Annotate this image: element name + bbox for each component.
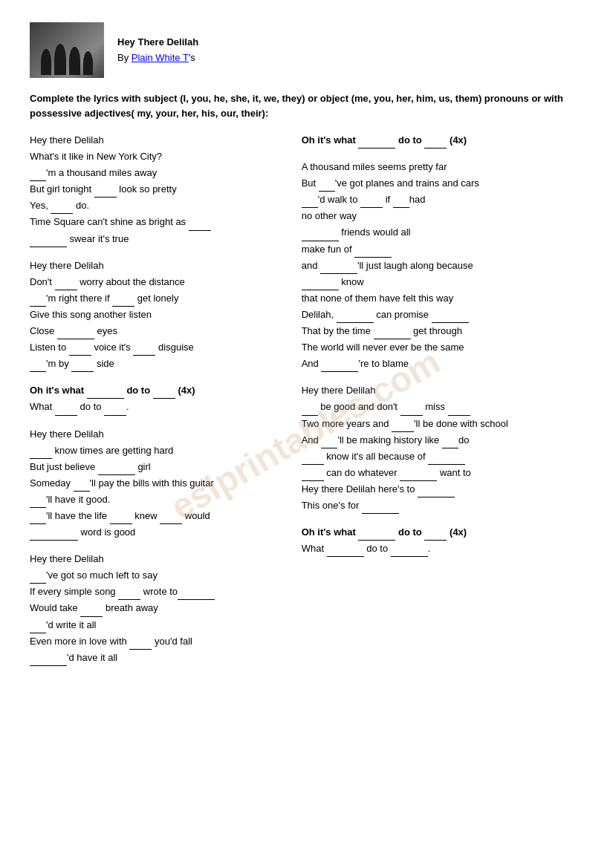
blank [337, 313, 374, 323]
verse5-line10: Delilah, can promise [302, 307, 580, 323]
blank [189, 221, 211, 231]
band-photo [30, 22, 104, 78]
blank [30, 237, 67, 247]
blank [80, 607, 103, 617]
verse6-line8: This one's for [302, 497, 580, 514]
blank [153, 388, 175, 399]
verse2-line3: 'm right there if get lonely [30, 290, 279, 307]
blank [30, 573, 46, 584]
blank [302, 405, 318, 416]
blank [302, 471, 324, 481]
chorus-end-label: Oh it's what do to (4x) [302, 524, 580, 541]
blank [30, 171, 46, 181]
artist-link[interactable]: Plain White T [132, 52, 189, 63]
verse5-block: A thousand miles seems pretty far But 'v… [302, 159, 580, 372]
verse3-line6: 'll have the life knew would [30, 508, 279, 524]
verse5-line2: But 've got planes and trains and cars [302, 175, 580, 192]
blank [424, 138, 447, 149]
blank [118, 590, 140, 600]
blank [110, 514, 132, 524]
header-section: Hey There Delilah By Plain White T's [30, 22, 580, 78]
blank [104, 405, 126, 416]
blank [392, 422, 414, 432]
blank [319, 181, 335, 192]
verse6-line6: can do whatever want to [302, 465, 580, 481]
blank [178, 590, 215, 600]
verse5-line8: know [302, 274, 580, 290]
verse4-line4: Would take breath away [30, 600, 279, 616]
blank [448, 405, 470, 416]
verse3-line1: Hey there Delilah [30, 426, 279, 443]
blank [30, 296, 46, 307]
blank [391, 546, 428, 557]
blank [424, 530, 447, 541]
by-label: By [117, 52, 132, 63]
blank [51, 203, 73, 214]
verse3-line4: Someday 'll pay the bills with this guit… [30, 475, 279, 492]
verse5-line6: make fun of [302, 241, 580, 258]
blank [74, 481, 90, 492]
chorus-end-block: Oh it's what do to (4x) What do to . [302, 524, 580, 557]
blank [57, 329, 94, 339]
blank [302, 198, 318, 208]
verse4-line2: 've got so much left to say [30, 567, 279, 584]
blank [442, 438, 458, 448]
blank [362, 503, 399, 514]
verse4-line7: 'd have it all [30, 650, 279, 666]
verse1-line2: What's it like in New York City? [30, 149, 279, 165]
verse4-line6: Even more in love with you'd fall [30, 633, 279, 650]
chorus-right-label: Oh it's what do to (4x) [302, 132, 580, 149]
verse6-line7: Hey there Delilah here's to [302, 481, 580, 497]
blank [358, 138, 395, 149]
song-title: Hey There Delilah [117, 35, 198, 50]
blank [358, 530, 395, 541]
chorus1-line2: What do to . [30, 399, 279, 415]
verse1-line5: Yes, do. [30, 198, 279, 214]
verse6-line2: be good and don't miss [302, 399, 580, 415]
verse2-block: Hey there Delilah Don't worry about the … [30, 258, 279, 373]
verse1-line7: swear it's true [30, 231, 279, 247]
verse6-line3: Two more years and 'll be done with scho… [302, 416, 580, 432]
blank [30, 497, 46, 508]
blank [321, 438, 337, 448]
verse3-line5: 'll have it good. [30, 492, 279, 508]
blank [360, 198, 383, 208]
right-column: Oh it's what do to (4x) A thousand miles… [294, 132, 580, 676]
verse1-block: Hey there Delilah What's it like in New … [30, 132, 279, 247]
blank [112, 296, 134, 307]
blank [418, 487, 455, 497]
chorus1-block: Oh it's what do to (4x) What do to . [30, 382, 279, 415]
verse2-line5: Close eyes [30, 323, 279, 339]
instructions: Complete the lyrics with subject (I, you… [30, 91, 580, 120]
verse5-line12: The world will never ever be the same [302, 339, 580, 356]
blank [98, 465, 135, 475]
verse6-line5: know it's all because of [302, 448, 580, 465]
verse4-line1: Hey there Delilah [30, 551, 279, 567]
blank [129, 639, 152, 650]
blank [87, 388, 124, 399]
blank [428, 454, 465, 465]
verse4-block: Hey there Delilah 've got so much left t… [30, 551, 279, 666]
blank [302, 231, 339, 241]
verse3-block: Hey there Delilah know times are getting… [30, 426, 279, 541]
blank [302, 280, 339, 290]
verse3-line3: But just believe girl [30, 459, 279, 475]
blank [55, 280, 77, 290]
left-column: Hey there Delilah What's it like in New … [30, 132, 294, 676]
blank [432, 313, 469, 323]
verse5-line13: And 're to blame [302, 356, 580, 372]
blank [30, 362, 46, 372]
verse5-line4: no other way [302, 208, 580, 224]
verse3-line7: word is good [30, 524, 279, 541]
verse6-line4: And 'll be making history like do [302, 432, 580, 448]
verse5-line5: friends would all [302, 224, 580, 241]
verse5-line3: 'd walk to if had [302, 192, 580, 208]
blank [321, 362, 358, 372]
blank [400, 471, 437, 481]
artist-suffix: 's [189, 52, 195, 63]
verse1-line3: 'm a thousand miles away [30, 165, 279, 181]
title-block: Hey There Delilah By Plain White T's [117, 35, 198, 66]
verse2-line6: Listen to voice it's disguise [30, 339, 279, 356]
verse5-line1: A thousand miles seems pretty far [302, 159, 580, 175]
verse2-line1: Hey there Delilah [30, 258, 279, 274]
